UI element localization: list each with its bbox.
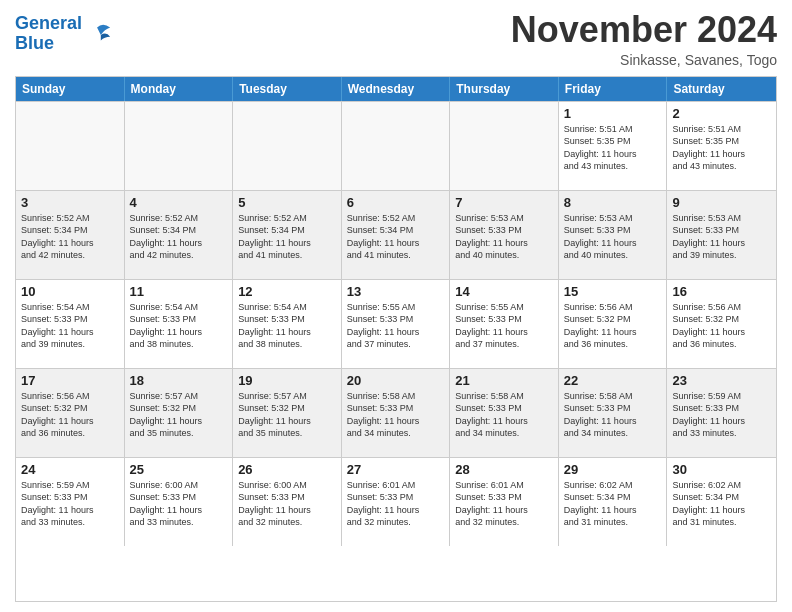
day-number: 20 — [347, 373, 445, 388]
day-number: 8 — [564, 195, 662, 210]
cell-info: Sunrise: 5:53 AM Sunset: 5:33 PM Dayligh… — [672, 212, 771, 262]
cell-info: Sunrise: 5:55 AM Sunset: 5:33 PM Dayligh… — [455, 301, 553, 351]
calendar-row-0: 1Sunrise: 5:51 AM Sunset: 5:35 PM Daylig… — [16, 101, 776, 190]
cell-info: Sunrise: 5:53 AM Sunset: 5:33 PM Dayligh… — [564, 212, 662, 262]
cell-info: Sunrise: 5:57 AM Sunset: 5:32 PM Dayligh… — [130, 390, 228, 440]
header-saturday: Saturday — [667, 77, 776, 101]
day-number: 9 — [672, 195, 771, 210]
day-number: 10 — [21, 284, 119, 299]
cell-info: Sunrise: 5:51 AM Sunset: 5:35 PM Dayligh… — [672, 123, 771, 173]
calendar-body: 1Sunrise: 5:51 AM Sunset: 5:35 PM Daylig… — [16, 101, 776, 546]
cell-info: Sunrise: 5:54 AM Sunset: 5:33 PM Dayligh… — [21, 301, 119, 351]
day-number: 18 — [130, 373, 228, 388]
table-row — [450, 102, 559, 190]
day-number: 29 — [564, 462, 662, 477]
table-row — [16, 102, 125, 190]
table-row: 23Sunrise: 5:59 AM Sunset: 5:33 PM Dayli… — [667, 369, 776, 457]
day-number: 4 — [130, 195, 228, 210]
table-row: 29Sunrise: 6:02 AM Sunset: 5:34 PM Dayli… — [559, 458, 668, 546]
cell-info: Sunrise: 5:58 AM Sunset: 5:33 PM Dayligh… — [455, 390, 553, 440]
day-number: 12 — [238, 284, 336, 299]
day-number: 6 — [347, 195, 445, 210]
table-row: 27Sunrise: 6:01 AM Sunset: 5:33 PM Dayli… — [342, 458, 451, 546]
table-row: 22Sunrise: 5:58 AM Sunset: 5:33 PM Dayli… — [559, 369, 668, 457]
cell-info: Sunrise: 6:02 AM Sunset: 5:34 PM Dayligh… — [672, 479, 771, 529]
day-number: 1 — [564, 106, 662, 121]
day-number: 15 — [564, 284, 662, 299]
cell-info: Sunrise: 5:58 AM Sunset: 5:33 PM Dayligh… — [347, 390, 445, 440]
table-row: 6Sunrise: 5:52 AM Sunset: 5:34 PM Daylig… — [342, 191, 451, 279]
table-row: 12Sunrise: 5:54 AM Sunset: 5:33 PM Dayli… — [233, 280, 342, 368]
day-number: 7 — [455, 195, 553, 210]
calendar-row-1: 3Sunrise: 5:52 AM Sunset: 5:34 PM Daylig… — [16, 190, 776, 279]
cell-info: Sunrise: 5:53 AM Sunset: 5:33 PM Dayligh… — [455, 212, 553, 262]
cell-info: Sunrise: 5:52 AM Sunset: 5:34 PM Dayligh… — [21, 212, 119, 262]
location: Sinkasse, Savanes, Togo — [511, 52, 777, 68]
day-number: 17 — [21, 373, 119, 388]
day-number: 11 — [130, 284, 228, 299]
table-row: 16Sunrise: 5:56 AM Sunset: 5:32 PM Dayli… — [667, 280, 776, 368]
table-row: 14Sunrise: 5:55 AM Sunset: 5:33 PM Dayli… — [450, 280, 559, 368]
cell-info: Sunrise: 6:00 AM Sunset: 5:33 PM Dayligh… — [130, 479, 228, 529]
table-row: 1Sunrise: 5:51 AM Sunset: 5:35 PM Daylig… — [559, 102, 668, 190]
table-row: 15Sunrise: 5:56 AM Sunset: 5:32 PM Dayli… — [559, 280, 668, 368]
cell-info: Sunrise: 6:01 AM Sunset: 5:33 PM Dayligh… — [455, 479, 553, 529]
table-row: 11Sunrise: 5:54 AM Sunset: 5:33 PM Dayli… — [125, 280, 234, 368]
page: GeneralBlue November 2024 Sinkasse, Sava… — [0, 0, 792, 612]
table-row: 20Sunrise: 5:58 AM Sunset: 5:33 PM Dayli… — [342, 369, 451, 457]
table-row: 21Sunrise: 5:58 AM Sunset: 5:33 PM Dayli… — [450, 369, 559, 457]
header-sunday: Sunday — [16, 77, 125, 101]
table-row: 7Sunrise: 5:53 AM Sunset: 5:33 PM Daylig… — [450, 191, 559, 279]
table-row: 4Sunrise: 5:52 AM Sunset: 5:34 PM Daylig… — [125, 191, 234, 279]
day-number: 3 — [21, 195, 119, 210]
cell-info: Sunrise: 5:56 AM Sunset: 5:32 PM Dayligh… — [672, 301, 771, 351]
table-row: 25Sunrise: 6:00 AM Sunset: 5:33 PM Dayli… — [125, 458, 234, 546]
cell-info: Sunrise: 5:51 AM Sunset: 5:35 PM Dayligh… — [564, 123, 662, 173]
day-number: 19 — [238, 373, 336, 388]
month-title: November 2024 — [511, 10, 777, 50]
cell-info: Sunrise: 5:52 AM Sunset: 5:34 PM Dayligh… — [347, 212, 445, 262]
day-number: 26 — [238, 462, 336, 477]
table-row: 30Sunrise: 6:02 AM Sunset: 5:34 PM Dayli… — [667, 458, 776, 546]
day-number: 16 — [672, 284, 771, 299]
calendar-header: Sunday Monday Tuesday Wednesday Thursday… — [16, 77, 776, 101]
cell-info: Sunrise: 5:54 AM Sunset: 5:33 PM Dayligh… — [130, 301, 228, 351]
day-number: 25 — [130, 462, 228, 477]
calendar-row-2: 10Sunrise: 5:54 AM Sunset: 5:33 PM Dayli… — [16, 279, 776, 368]
header-friday: Friday — [559, 77, 668, 101]
header: GeneralBlue November 2024 Sinkasse, Sava… — [15, 10, 777, 68]
cell-info: Sunrise: 5:56 AM Sunset: 5:32 PM Dayligh… — [21, 390, 119, 440]
day-number: 5 — [238, 195, 336, 210]
logo-icon — [84, 20, 112, 48]
calendar: Sunday Monday Tuesday Wednesday Thursday… — [15, 76, 777, 602]
cell-info: Sunrise: 5:55 AM Sunset: 5:33 PM Dayligh… — [347, 301, 445, 351]
day-number: 30 — [672, 462, 771, 477]
calendar-row-4: 24Sunrise: 5:59 AM Sunset: 5:33 PM Dayli… — [16, 457, 776, 546]
day-number: 2 — [672, 106, 771, 121]
table-row: 2Sunrise: 5:51 AM Sunset: 5:35 PM Daylig… — [667, 102, 776, 190]
table-row — [342, 102, 451, 190]
day-number: 13 — [347, 284, 445, 299]
table-row: 10Sunrise: 5:54 AM Sunset: 5:33 PM Dayli… — [16, 280, 125, 368]
cell-info: Sunrise: 6:02 AM Sunset: 5:34 PM Dayligh… — [564, 479, 662, 529]
cell-info: Sunrise: 5:59 AM Sunset: 5:33 PM Dayligh… — [21, 479, 119, 529]
cell-info: Sunrise: 5:59 AM Sunset: 5:33 PM Dayligh… — [672, 390, 771, 440]
table-row: 13Sunrise: 5:55 AM Sunset: 5:33 PM Dayli… — [342, 280, 451, 368]
cell-info: Sunrise: 5:58 AM Sunset: 5:33 PM Dayligh… — [564, 390, 662, 440]
table-row: 19Sunrise: 5:57 AM Sunset: 5:32 PM Dayli… — [233, 369, 342, 457]
logo: GeneralBlue — [15, 14, 112, 54]
day-number: 22 — [564, 373, 662, 388]
table-row: 9Sunrise: 5:53 AM Sunset: 5:33 PM Daylig… — [667, 191, 776, 279]
header-monday: Monday — [125, 77, 234, 101]
cell-info: Sunrise: 5:54 AM Sunset: 5:33 PM Dayligh… — [238, 301, 336, 351]
cell-info: Sunrise: 6:00 AM Sunset: 5:33 PM Dayligh… — [238, 479, 336, 529]
table-row: 3Sunrise: 5:52 AM Sunset: 5:34 PM Daylig… — [16, 191, 125, 279]
header-thursday: Thursday — [450, 77, 559, 101]
cell-info: Sunrise: 5:52 AM Sunset: 5:34 PM Dayligh… — [238, 212, 336, 262]
table-row: 17Sunrise: 5:56 AM Sunset: 5:32 PM Dayli… — [16, 369, 125, 457]
table-row: 18Sunrise: 5:57 AM Sunset: 5:32 PM Dayli… — [125, 369, 234, 457]
table-row: 24Sunrise: 5:59 AM Sunset: 5:33 PM Dayli… — [16, 458, 125, 546]
table-row: 28Sunrise: 6:01 AM Sunset: 5:33 PM Dayli… — [450, 458, 559, 546]
header-tuesday: Tuesday — [233, 77, 342, 101]
table-row — [233, 102, 342, 190]
